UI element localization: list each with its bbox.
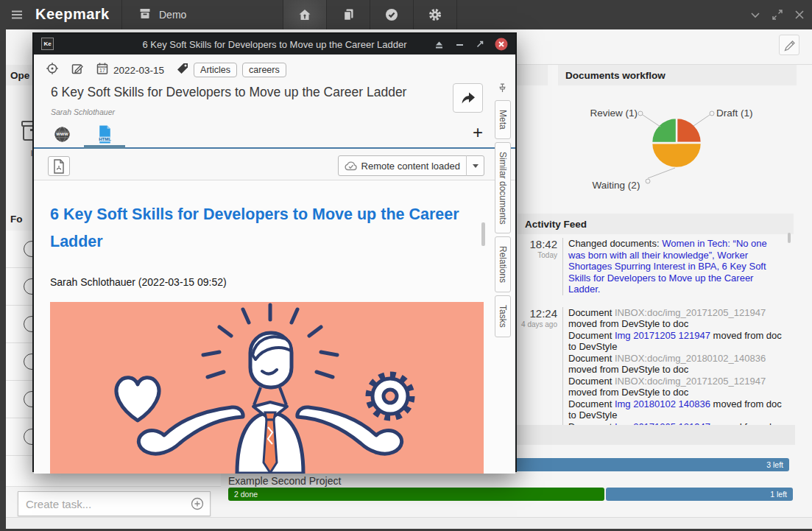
create-task-field [18, 491, 211, 516]
svg-text:WWW: WWW [56, 132, 68, 136]
feed-line: Document Img 20180102 140836 moved from … [568, 398, 783, 421]
tab-www-source[interactable]: WWW [46, 120, 78, 149]
home-button[interactable] [283, 0, 327, 29]
project-progress-bar: 2 done1 left [228, 488, 793, 501]
pie-label-review: Review (1) [590, 108, 638, 119]
dock-tab-relations[interactable]: Relations [495, 236, 511, 292]
home-icon [298, 8, 311, 21]
add-task-icon[interactable] [191, 497, 204, 510]
feed-text: INBOX:doc/img_20180102_140836 [615, 353, 766, 364]
menu-icon[interactable] [10, 8, 24, 21]
document-window-title: 6 Key Soft Skills for Developers to Move… [142, 39, 406, 50]
feed-ago: 4 days ago [518, 320, 557, 328]
tasks-section-label: Fo [10, 214, 23, 225]
top-nav-buttons [283, 0, 457, 29]
window-left-edge [0, 29, 6, 531]
active-tab-indicator [84, 145, 125, 149]
dropdown-caret-icon[interactable] [466, 155, 484, 176]
create-task-input[interactable] [18, 498, 191, 510]
feed-text: moved from DevStyle to doc [568, 364, 688, 375]
feed-entry: 12:244 days agoDocument INBOX:doc/img_20… [518, 307, 794, 426]
add-view-button[interactable]: + [473, 124, 483, 141]
document-meta-row: 17 2022-03-15 Articlescareers [46, 60, 286, 80]
progress-left-segment: 1 left [606, 488, 793, 501]
pie-label-draft: Draft (1) [716, 108, 753, 119]
document-link[interactable]: , [716, 261, 721, 272]
pie-slice-draft[interactable] [677, 118, 702, 143]
status-footer [6, 517, 812, 529]
document-author: Sarah Schlothauer [51, 108, 115, 116]
document-link[interactable]: Img 20180102 140836 [615, 398, 710, 409]
dock-tab-similar-documents[interactable]: Similar documents [495, 142, 511, 234]
cloud-check-icon [339, 160, 359, 172]
check-circle-icon [385, 8, 398, 21]
remote-content-control[interactable]: Remote content loaded [338, 155, 484, 176]
www-globe-icon: WWW [54, 126, 71, 143]
dock-rail: MetaSimilar documentsRelationsTasks [493, 82, 512, 337]
detach-icon[interactable] [434, 40, 445, 49]
document-toolbar: Remote content loaded [34, 150, 515, 180]
feed-text: Document [568, 330, 615, 341]
pie-callout-line [648, 168, 675, 178]
target-icon[interactable] [46, 62, 59, 78]
document-date: 2022-03-15 [113, 65, 164, 76]
pdf-file-icon [52, 158, 66, 175]
share-button[interactable] [453, 83, 483, 113]
progress-left-label: 1 left [770, 488, 787, 501]
feed-text: moved from DevStyle to doc [568, 387, 688, 398]
pie-slice-review[interactable] [652, 118, 677, 143]
tag-icon[interactable] [176, 62, 189, 78]
calendar-icon[interactable]: 17 [96, 62, 109, 78]
workflow-pie-chart: Draft (1)Waiting (2)Review (1) [558, 87, 795, 212]
feed-text: Document [568, 353, 615, 364]
pie-label-waiting: Waiting (2) [593, 180, 640, 191]
dock-tab-list: MetaSimilar documentsRelationsTasks [495, 97, 511, 337]
chevron-down-icon[interactable] [747, 7, 763, 23]
edit-dashboard-button[interactable] [779, 35, 799, 55]
project-name: Example Second Project [228, 475, 341, 487]
document-link[interactable]: Img 20171205 121947 [615, 330, 710, 341]
resize-icon[interactable] [475, 39, 485, 49]
pie-callout-line [643, 115, 660, 127]
document-window-titlebar[interactable]: Ke 6 Key Soft Skills for Developers to M… [34, 34, 515, 54]
feed-entry-text: Document INBOX:doc/img_20171205_121947 m… [563, 307, 783, 426]
html-file-icon: HTML [96, 124, 113, 144]
documents-button[interactable] [327, 0, 370, 29]
pin-icon[interactable] [497, 82, 508, 94]
feed-line: Document INBOX:doc/img_20171205_121947 m… [568, 307, 783, 330]
progress-left-label: 3 left [766, 458, 783, 471]
document-content: 6 Key Soft Skills for Developers to Move… [34, 180, 515, 474]
feed-scrollbar-thumb[interactable] [788, 233, 791, 243]
application-window: Keepmark Demo [0, 0, 812, 531]
workflow-panel-header: Documents workflow [558, 65, 797, 85]
activity-feed-title: Activity Feed [525, 219, 587, 230]
settings-button[interactable] [414, 0, 457, 29]
maximize-icon[interactable] [769, 7, 785, 23]
feed-ago: Today [518, 251, 557, 259]
tag-chip-careers[interactable]: careers [242, 63, 286, 77]
close-document-icon[interactable] [495, 38, 508, 51]
tag-chip-articles[interactable]: Articles [194, 63, 237, 77]
progress-done-label: 2 done [234, 488, 258, 501]
article-byline: Sarah Schlothauer (2022-03-15 09:52) [50, 276, 227, 288]
close-icon[interactable] [791, 7, 808, 23]
pie-slice-waiting[interactable] [652, 143, 702, 168]
edit-note-icon[interactable] [71, 62, 84, 78]
app-logo: Keepmark [35, 6, 110, 23]
document-window: Ke 6 Key Soft Skills for Developers to M… [32, 32, 517, 472]
svg-text:HTML: HTML [99, 137, 111, 141]
document-title: 6 Key Soft Skills for Developers to Move… [51, 85, 406, 100]
documents-icon [342, 8, 355, 21]
tasks-button[interactable] [370, 0, 414, 29]
article-hero-illustration [50, 302, 484, 474]
minimize-icon[interactable] [454, 40, 465, 49]
dock-tab-tasks[interactable]: Tasks [495, 295, 511, 337]
dock-tab-meta[interactable]: Meta [495, 100, 511, 139]
content-scrollbar-thumb[interactable] [481, 222, 485, 246]
feed-line: Document Img 20171205 121947 moved from … [568, 330, 783, 353]
export-pdf-button[interactable] [48, 156, 70, 176]
feed-line: Changed documents: Women in Tech: “No on… [568, 238, 783, 295]
workspace-tab-demo[interactable]: Demo [121, 0, 283, 29]
progress-done-segment: 2 done [228, 488, 604, 501]
window-controls [747, 0, 808, 29]
